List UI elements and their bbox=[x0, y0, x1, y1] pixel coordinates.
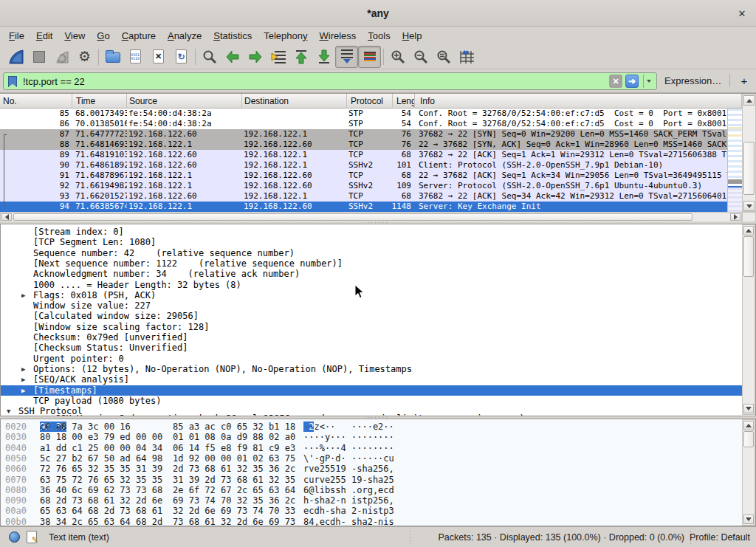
detail-line-timestamps-selected[interactable]: [Timestamps] bbox=[1, 385, 742, 396]
packet-row-93[interactable]: 9371.662015274192.168.122.60192.168.122.… bbox=[0, 191, 727, 202]
menu-capture[interactable]: Capture bbox=[116, 28, 162, 44]
hex-row[interactable]: 00505c 27 b2 67 50 ad 64 981d 92 00 00 0… bbox=[1, 453, 739, 464]
hex-row[interactable]: 003080 18 00 e3 79 ed 00 0001 01 08 0a d… bbox=[1, 432, 739, 442]
go-last-packet-button[interactable] bbox=[312, 46, 335, 68]
packet-row-94-selected[interactable]: 9471.663856741192.168.122.1192.168.122.6… bbox=[0, 202, 727, 212]
hex-row[interactable]: 0020 c0 a8 7a 3c 00 16 93 32 85 a3 ac c0… bbox=[1, 422, 739, 432]
menu-bar: File Edit View Go Capture Analyze Statis… bbox=[0, 27, 756, 44]
detail-line[interactable]: [Next sequence number: 1122 (relative se… bbox=[1, 258, 742, 269]
menu-view[interactable]: View bbox=[58, 28, 91, 44]
detail-line[interactable]: [Calculated window size: 29056] bbox=[1, 311, 742, 321]
add-filter-button[interactable]: + bbox=[737, 72, 752, 89]
detail-line-flags[interactable]: Flags: 0x018 (PSH, ACK) bbox=[1, 290, 742, 300]
status-profile[interactable]: Profile: Default bbox=[690, 532, 750, 543]
detail-line[interactable]: Window size value: 227 bbox=[1, 300, 742, 311]
hex-vscrollbar[interactable] bbox=[742, 419, 755, 526]
detail-line[interactable]: [Stream index: 0] bbox=[1, 227, 742, 237]
title-bar[interactable]: *any ✕ bbox=[0, 0, 756, 27]
go-to-packet-button[interactable] bbox=[267, 46, 289, 68]
filter-history-caret[interactable] bbox=[643, 75, 653, 88]
packet-list-vscrollbar[interactable] bbox=[742, 94, 756, 212]
menu-file[interactable]: File bbox=[3, 28, 30, 44]
detail-line[interactable]: Sequence number: 42 (relative sequence n… bbox=[1, 248, 742, 258]
column-header-info[interactable]: Info bbox=[415, 94, 742, 109]
column-header-no[interactable]: No. bbox=[0, 94, 72, 109]
detail-line-seqack[interactable]: [SEQ/ACK analysis] bbox=[1, 374, 742, 385]
menu-telephony[interactable]: Telephony bbox=[258, 28, 313, 44]
open-file-button[interactable] bbox=[101, 46, 124, 68]
menu-wireless[interactable]: Wireless bbox=[314, 28, 362, 44]
packet-row-85[interactable]: 8568.001734936fe:54:00:d4:38:2aSTP54Conf… bbox=[0, 109, 727, 119]
packet-row-92[interactable]: 9271.661949820192.168.122.1192.168.122.6… bbox=[0, 181, 727, 191]
detail-line[interactable]: Checksum: 0x79ed [unverified] bbox=[1, 332, 742, 343]
column-header-destination[interactable]: Destination bbox=[242, 94, 347, 109]
expander-icon[interactable] bbox=[21, 290, 30, 300]
packet-row-90[interactable]: 9071.648618924192.168.122.60192.168.122.… bbox=[0, 160, 727, 171]
detail-line[interactable]: [Checksum Status: Unverified] bbox=[1, 343, 742, 353]
zoom-out-button[interactable] bbox=[409, 46, 432, 68]
column-header-time[interactable]: Time bbox=[72, 94, 127, 109]
zoom-reset-button[interactable] bbox=[432, 46, 455, 68]
display-filter-input[interactable] bbox=[23, 73, 525, 89]
go-first-packet-button[interactable] bbox=[289, 46, 312, 68]
detail-line-payload[interactable]: TCP payload (1080 bytes) bbox=[1, 396, 742, 406]
capture-comment-icon[interactable] bbox=[27, 531, 37, 543]
stop-capture-button[interactable] bbox=[27, 46, 50, 68]
hex-row[interactable]: 008036 40 6c 69 62 73 73 682e 6f 72 67 2… bbox=[1, 485, 739, 495]
expression-button[interactable]: Expression… bbox=[664, 75, 721, 86]
filter-bookmark-icon[interactable] bbox=[8, 76, 17, 87]
packet-list-minimap[interactable] bbox=[727, 109, 742, 212]
close-file-button[interactable]: ✕ bbox=[147, 46, 170, 68]
packet-row-88[interactable]: 8871.648146932192.168.122.1192.168.122.6… bbox=[0, 140, 727, 150]
expander-icon[interactable] bbox=[21, 374, 30, 385]
save-file-button[interactable]: 0101 0110 bbox=[124, 46, 147, 68]
menu-tools[interactable]: Tools bbox=[362, 28, 396, 44]
column-header-protocol[interactable]: Protocol bbox=[347, 94, 393, 109]
menu-analyze[interactable]: Analyze bbox=[162, 28, 207, 44]
menu-help[interactable]: Help bbox=[396, 28, 428, 44]
toolbar-separator bbox=[195, 49, 196, 65]
start-capture-button[interactable] bbox=[4, 46, 27, 68]
restart-capture-button[interactable] bbox=[50, 46, 73, 68]
menu-go[interactable]: Go bbox=[91, 28, 115, 44]
packet-row-89[interactable]: 8971.648191037192.168.122.60192.168.122.… bbox=[0, 150, 727, 160]
auto-scroll-toggle[interactable] bbox=[335, 46, 358, 68]
hex-row[interactable]: 0040a1 dd c1 25 00 00 04 3406 14 f5 e8 f… bbox=[1, 443, 739, 453]
display-filter-field[interactable]: ✕ ➜ bbox=[3, 72, 657, 90]
detail-line[interactable]: Acknowledgment number: 34 (relative ack … bbox=[1, 269, 742, 279]
hex-row[interactable]: 006072 76 65 32 35 35 31 392d 73 68 61 3… bbox=[1, 464, 739, 474]
chevron-down-icon bbox=[647, 80, 651, 83]
reload-file-button[interactable]: ↻ bbox=[170, 46, 193, 68]
capture-options-button[interactable]: ⚙ bbox=[73, 46, 96, 68]
detail-line[interactable]: [TCP Segment Len: 1080] bbox=[1, 237, 742, 247]
packet-row-87[interactable]: 8771.647777234192.168.122.60192.168.122.… bbox=[0, 129, 727, 140]
menu-statistics[interactable]: Statistics bbox=[207, 28, 258, 44]
go-forward-button[interactable] bbox=[244, 46, 267, 68]
expert-info-icon[interactable] bbox=[9, 531, 20, 543]
column-header-length[interactable]: Length bbox=[393, 94, 415, 109]
packet-row-86[interactable]: 8670.013850163fe:54:00:d4:38:2aSTP54Conf… bbox=[0, 119, 727, 129]
detail-line[interactable]: 1000 .... = Header Length: 32 bytes (8) bbox=[1, 280, 742, 290]
hex-row[interactable]: 00b038 34 2c 65 63 64 68 2d73 68 61 32 2… bbox=[1, 517, 739, 526]
details-vscrollbar[interactable] bbox=[742, 224, 755, 415]
menu-edit[interactable]: Edit bbox=[30, 28, 58, 44]
resize-columns-button[interactable] bbox=[455, 46, 478, 68]
hex-row[interactable]: 009068 2d 73 68 61 32 2d 6e69 73 74 70 3… bbox=[1, 495, 739, 506]
colorize-toggle[interactable] bbox=[358, 46, 381, 68]
close-icon[interactable]: ✕ bbox=[735, 7, 749, 20]
hex-row[interactable]: 00a065 63 64 68 2d 73 68 6132 2d 6e 69 7… bbox=[1, 506, 739, 516]
find-packet-button[interactable] bbox=[198, 46, 221, 68]
apply-filter-button[interactable]: ➜ bbox=[625, 75, 639, 88]
clear-filter-button[interactable]: ✕ bbox=[609, 75, 622, 88]
zoom-in-button[interactable] bbox=[386, 46, 409, 68]
column-header-source[interactable]: Source bbox=[127, 94, 242, 109]
detail-line[interactable]: [Window size scaling factor: 128] bbox=[1, 322, 742, 332]
detail-line[interactable]: Urgent pointer: 0 bbox=[1, 354, 742, 364]
scrollbar-corner bbox=[742, 212, 756, 222]
expander-icon[interactable] bbox=[21, 385, 30, 396]
hex-row[interactable]: 007063 75 72 76 65 32 35 3531 39 2d 73 6… bbox=[1, 475, 739, 485]
packet-row-91[interactable]: 9171.648789678192.168.122.1192.168.122.6… bbox=[0, 171, 727, 181]
expander-icon[interactable] bbox=[21, 364, 30, 374]
go-back-button[interactable] bbox=[221, 46, 244, 68]
detail-line-options[interactable]: Options: (12 bytes), No-Operation (NOP),… bbox=[1, 364, 742, 374]
